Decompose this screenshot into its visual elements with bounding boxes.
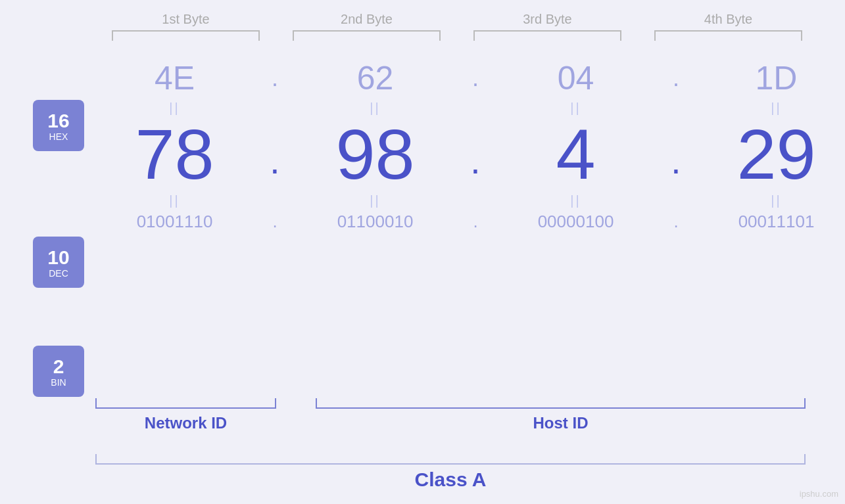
bin-badge: 2 BIN [33, 346, 84, 397]
dec-byte4: 29 [686, 119, 845, 190]
byte1-header: 1st Byte [95, 12, 276, 41]
hex-byte3: 04 [485, 59, 666, 97]
base-badges: 16 HEX 10 DEC 2 BIN [33, 41, 84, 397]
hex-dot3: . [666, 64, 686, 92]
eq1-byte1: || [84, 101, 265, 116]
bin-base-num: 2 [53, 355, 64, 377]
hex-row: 4E . 62 . 04 . 1D [84, 41, 845, 97]
bin-dot1: . [265, 212, 285, 232]
host-id-bracket [316, 398, 806, 409]
network-id-bracket [95, 398, 276, 409]
dec-dot3: . [666, 140, 686, 190]
bin-byte3: 00000100 [485, 212, 666, 232]
dec-base-name: DEC [49, 268, 68, 279]
values-columns: 4E . 62 . 04 . 1D || || || || 78 [84, 41, 845, 397]
hex-byte1: 4E [84, 59, 265, 97]
bin-byte4: 00011101 [686, 212, 845, 232]
hex-dot2: . [466, 64, 485, 92]
byte3-bracket-top [473, 30, 621, 41]
eq1-byte3: || [485, 101, 666, 116]
bin-dot2: . [466, 212, 485, 232]
byte1-label: 1st Byte [95, 12, 276, 27]
dec-base-num: 10 [47, 246, 69, 268]
host-id-label: Host ID [533, 414, 589, 432]
byte4-bracket-top [654, 30, 802, 41]
hex-badge: 16 HEX [33, 100, 84, 151]
bin-row: 01001110 . 01100010 . 00000100 . 0001110… [84, 212, 845, 235]
byte1-bracket-top [112, 30, 260, 41]
id-brackets-row: Network ID Host ID [95, 398, 806, 454]
bin-dot3: . [666, 212, 686, 232]
byte2-header: 2nd Byte [276, 12, 457, 41]
class-bracket [95, 454, 806, 465]
host-id-wrap: Host ID [316, 398, 806, 454]
byte4-header: 4th Byte [638, 12, 819, 41]
dec-byte3: 4 [485, 119, 666, 190]
byte3-header: 3rd Byte [457, 12, 638, 41]
dec-dot2: . [466, 140, 485, 190]
byte3-label: 3rd Byte [457, 12, 638, 27]
eq2-byte4: || [686, 193, 845, 208]
watermark: ipshu.com [800, 489, 838, 499]
hex-byte2: 62 [285, 59, 466, 97]
byte2-label: 2nd Byte [276, 12, 457, 27]
dec-byte2: 98 [285, 119, 466, 190]
network-id-label: Network ID [145, 414, 227, 432]
network-id-wrap: Network ID [95, 398, 276, 454]
eq-row-2: || || || || [84, 190, 845, 212]
bin-byte2: 01100010 [285, 212, 466, 232]
hex-base-num: 16 [47, 110, 69, 131]
eq2-byte2: || [285, 193, 466, 208]
dec-badge: 10 DEC [33, 237, 84, 288]
byte4-label: 4th Byte [638, 12, 819, 27]
eq1-byte2: || [285, 101, 466, 116]
page-container: 1st Byte 2nd Byte 3rd Byte 4th Byte 16 H… [0, 0, 845, 504]
hex-dot1: . [265, 64, 285, 92]
hex-base-name: HEX [49, 131, 68, 142]
class-row: Class A [95, 454, 806, 491]
rows-container: 16 HEX 10 DEC 2 BIN 4E . 62 . 04 [33, 41, 845, 397]
byte2-bracket-top [293, 30, 441, 41]
eq2-byte3: || [485, 193, 666, 208]
bin-base-name: BIN [51, 377, 66, 388]
byte-headers: 1st Byte 2nd Byte 3rd Byte 4th Byte [95, 0, 845, 41]
dec-dot1: . [265, 140, 285, 190]
dec-row: 78 . 98 . 4 . 29 [84, 119, 845, 190]
eq1-byte4: || [686, 101, 845, 116]
dec-byte1: 78 [84, 119, 265, 190]
class-label: Class A [95, 465, 806, 491]
bin-byte1: 01001110 [84, 212, 265, 232]
hex-byte4: 1D [686, 59, 845, 97]
eq2-byte1: || [84, 193, 265, 208]
